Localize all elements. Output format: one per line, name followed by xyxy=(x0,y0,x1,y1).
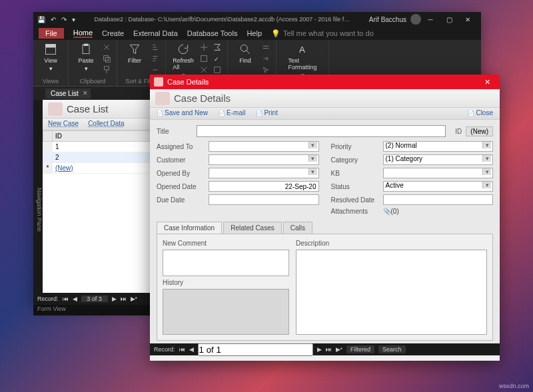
history-textarea[interactable] xyxy=(163,289,289,335)
opened-by-combo[interactable] xyxy=(209,168,319,178)
assigned-to-combo[interactable] xyxy=(209,141,319,152)
refresh-button-label: Refresh All xyxy=(173,57,194,71)
redo-icon[interactable]: ↷ xyxy=(61,16,67,23)
email-link[interactable]: E-mail xyxy=(219,109,245,118)
view-button[interactable]: View▾ xyxy=(39,43,63,72)
last-record-button[interactable]: ⏭ xyxy=(121,295,127,302)
maximize-button[interactable]: ▢ xyxy=(440,16,458,23)
details-body: Title ID (New) Assigned To Customer Open… xyxy=(150,120,500,343)
find-button[interactable]: Find xyxy=(233,43,257,64)
user-account[interactable]: Arif Bacchus xyxy=(369,14,421,25)
more-records-icon[interactable] xyxy=(213,65,222,75)
tab-create[interactable]: Create xyxy=(102,29,124,37)
sort-desc-icon[interactable] xyxy=(151,54,160,63)
filter-button[interactable]: Filter xyxy=(123,43,147,64)
assigned-to-label: Assigned To xyxy=(157,143,209,150)
attachments-value[interactable]: 📎(0) xyxy=(383,208,399,215)
tab-related-cases[interactable]: Related Cases xyxy=(223,222,282,234)
tab-case-information[interactable]: Case Information xyxy=(157,222,222,234)
resolved-date-input[interactable] xyxy=(383,194,494,205)
opened-date-input[interactable] xyxy=(209,181,319,192)
details-last-record-button[interactable]: ⏭ xyxy=(326,346,332,353)
customer-combo[interactable] xyxy=(209,154,319,165)
paste-button[interactable]: Paste▾ xyxy=(74,43,98,72)
details-close-button[interactable]: ✕ xyxy=(479,77,496,88)
tab-calls[interactable]: Calls xyxy=(283,222,312,234)
details-titlebar: Case Details ✕ xyxy=(150,75,500,89)
row-selector-header[interactable] xyxy=(43,131,53,142)
kb-combo[interactable] xyxy=(383,168,494,178)
details-prev-record-button[interactable]: ◀ xyxy=(189,346,194,353)
row-marker[interactable] xyxy=(43,142,53,152)
details-record-position-input[interactable] xyxy=(198,343,313,356)
close-tab-icon[interactable]: ✕ xyxy=(83,90,88,97)
sort-asc-icon[interactable] xyxy=(151,43,160,52)
replace-icon[interactable] xyxy=(261,43,270,52)
details-next-record-button[interactable]: ▶ xyxy=(317,346,322,353)
select-icon[interactable] xyxy=(261,65,270,75)
record-label: Record: xyxy=(37,295,59,302)
tab-external-data[interactable]: External Data xyxy=(133,29,178,37)
tell-me-search[interactable]: 💡 Tell me what you want to do xyxy=(271,29,374,38)
title-input[interactable] xyxy=(197,125,446,137)
format-painter-icon[interactable] xyxy=(102,65,111,75)
ribbon-group-clipboard: Paste▾ Clipboard xyxy=(69,40,117,86)
save-and-new-link[interactable]: Save and New xyxy=(157,109,208,118)
customer-label: Customer xyxy=(157,156,209,164)
user-name-label: Arif Bacchus xyxy=(369,16,406,23)
details-new-record-nav-button[interactable]: ▶* xyxy=(336,346,343,353)
next-record-button[interactable]: ▶ xyxy=(112,295,117,302)
description-textarea[interactable] xyxy=(296,250,487,335)
collect-data-link[interactable]: Collect Data xyxy=(88,120,124,128)
save-icon[interactable]: 💾 xyxy=(37,16,45,23)
paste-button-label: Paste xyxy=(78,57,93,64)
svg-rect-5 xyxy=(105,57,110,62)
tab-help[interactable]: Help xyxy=(247,29,262,37)
copy-icon[interactable] xyxy=(102,54,111,63)
record-position-input[interactable] xyxy=(81,295,108,302)
new-record-link[interactable]: (New) xyxy=(55,164,73,172)
spelling-icon[interactable]: ✓ xyxy=(213,54,222,63)
id-field-label: ID xyxy=(455,128,462,135)
category-combo[interactable]: (1) Category xyxy=(383,154,494,165)
details-first-record-button[interactable]: ⏮ xyxy=(179,346,185,353)
priority-combo[interactable]: (2) Normal xyxy=(383,141,494,152)
svg-rect-4 xyxy=(104,56,109,61)
tab-file[interactable]: File xyxy=(39,28,64,39)
due-date-input[interactable] xyxy=(209,194,319,205)
new-record-icon[interactable] xyxy=(199,43,209,52)
search-box[interactable]: Search xyxy=(378,345,406,353)
tab-database-tools[interactable]: Database Tools xyxy=(187,29,238,37)
details-win-icon xyxy=(154,77,163,87)
refresh-all-button[interactable]: Refresh All▾ xyxy=(171,43,195,79)
delete-record-icon[interactable] xyxy=(199,65,209,75)
status-combo[interactable]: Active xyxy=(383,181,494,192)
prev-record-button[interactable]: ◀ xyxy=(73,295,77,302)
totals-icon[interactable] xyxy=(213,43,222,52)
text-formatting-button[interactable]: AText Formatting▾ xyxy=(290,43,314,79)
document-tab-case-list[interactable]: Case List ✕ xyxy=(45,89,91,98)
new-record-nav-button[interactable]: ▶* xyxy=(131,295,138,302)
tab-home[interactable]: Home xyxy=(73,29,93,38)
svg-text:A: A xyxy=(299,45,305,55)
print-link[interactable]: Print xyxy=(256,109,278,118)
first-record-button[interactable]: ⏮ xyxy=(63,295,69,302)
minimize-button[interactable]: ─ xyxy=(421,16,440,23)
remove-sort-icon[interactable] xyxy=(151,65,160,75)
row-marker[interactable] xyxy=(43,152,53,163)
close-button[interactable]: ✕ xyxy=(458,16,477,23)
new-case-link[interactable]: New Case xyxy=(48,120,79,128)
new-comment-textarea[interactable] xyxy=(163,250,289,276)
filter-button-label: Filter xyxy=(128,57,141,64)
navigation-pane-collapsed[interactable]: Navigation Pane xyxy=(33,100,43,293)
filtered-indicator[interactable]: Filtered xyxy=(346,345,374,353)
close-link[interactable]: Close xyxy=(468,109,493,118)
details-tabs: Case Information Related Cases Calls xyxy=(157,222,493,234)
due-date-label: Due Date xyxy=(157,196,209,204)
save-record-icon[interactable] xyxy=(199,54,209,63)
ribbon-group-views: View▾ Views xyxy=(33,40,69,86)
new-row-marker[interactable]: * xyxy=(43,163,53,174)
cut-icon[interactable] xyxy=(102,43,111,52)
goto-icon[interactable] xyxy=(261,54,270,63)
undo-icon[interactable]: ↶ xyxy=(51,16,56,23)
